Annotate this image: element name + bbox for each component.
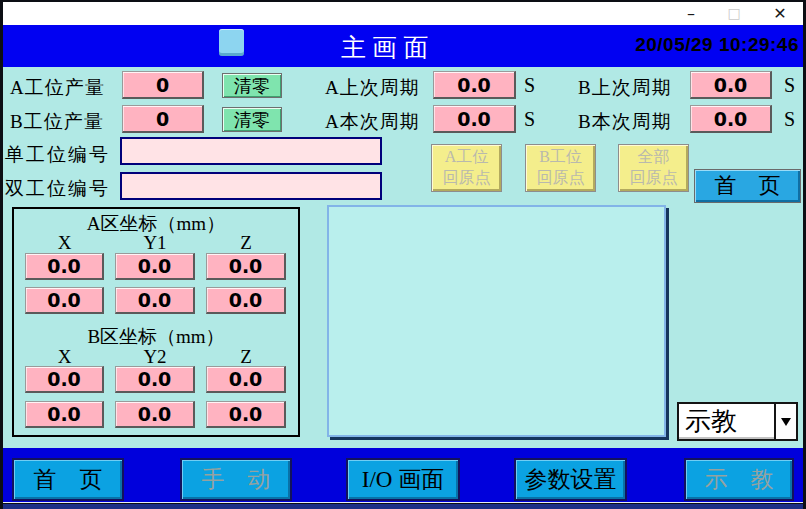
hmi-window: – □ ✕ 主 画 面 20/05/29 10:29:46 A工位产量 0 清零…	[0, 0, 806, 509]
production-a-value: 0	[122, 71, 204, 99]
coord-b2-y2: 0.0	[115, 401, 195, 428]
cycle-b-current-label: B本次周期	[578, 109, 672, 135]
coord-a1-z: 0.0	[206, 253, 286, 280]
close-button[interactable]: ✕	[767, 2, 793, 24]
coord-b1-x: 0.0	[25, 366, 104, 393]
coord-b2-z: 0.0	[206, 401, 286, 428]
col-a-x: X	[25, 232, 104, 254]
section-a-row2: 0.0 0.0 0.0	[14, 287, 298, 314]
section-a-row1: 0.0 0.0 0.0	[14, 253, 298, 280]
main-content: A工位产量 0 清零 A上次周期 0.0 S B上次周期 0.0 S B工位产量…	[3, 67, 803, 448]
cycle-a-current-value: 0.0	[433, 105, 516, 133]
coord-b2-x: 0.0	[25, 401, 104, 428]
col-a-z: Z	[206, 232, 286, 254]
mode-dropdown-button[interactable]	[774, 404, 796, 439]
maximize-button: □	[721, 2, 747, 24]
bottom-navbar: 首 页 手 动 I/O 画面 参数设置 示 教	[3, 448, 803, 503]
col-b-x: X	[25, 346, 104, 368]
home-b-button[interactable]: B工位 回原点	[525, 144, 596, 192]
home-a-button[interactable]: A工位 回原点	[431, 144, 502, 192]
cycle-a-current-unit: S	[524, 108, 535, 131]
cycle-b-current-value: 0.0	[690, 105, 772, 133]
clear-b-button[interactable]: 清零	[222, 107, 282, 132]
cycle-a-last-unit: S	[524, 74, 535, 97]
nav-parameter-settings-button[interactable]: 参数设置	[514, 458, 627, 501]
section-b-row1: 0.0 0.0 0.0	[14, 366, 298, 393]
home-all-line1: 全部	[638, 147, 670, 168]
coord-a2-x: 0.0	[25, 287, 104, 314]
header-indicator-square	[219, 29, 244, 56]
double-station-id-label: 双工位编号	[5, 176, 110, 202]
cycle-a-last-label: A上次周期	[325, 75, 420, 101]
coord-b1-y2: 0.0	[115, 366, 195, 393]
nav-teach-button: 示 教	[684, 458, 794, 501]
nav-io-screen-button[interactable]: I/O 画面	[346, 458, 460, 501]
chevron-down-icon	[781, 418, 791, 426]
cycle-b-last-unit: S	[784, 74, 795, 97]
coord-b1-z: 0.0	[206, 366, 286, 393]
home-b-line2: 回原点	[537, 168, 585, 189]
production-a-label: A工位产量	[10, 75, 105, 101]
mode-dropdown[interactable]: 示教	[677, 402, 798, 441]
nav-manual-button: 手 动	[180, 458, 292, 501]
col-a-y1: Y1	[115, 232, 195, 254]
col-b-y2: Y2	[115, 346, 195, 368]
section-b-columns: X Y2 Z	[14, 346, 298, 368]
section-a-columns: X Y1 Z	[14, 232, 298, 254]
minimize-button[interactable]: –	[678, 2, 704, 24]
home-all-button[interactable]: 全部 回原点	[618, 144, 689, 192]
single-station-id-input[interactable]	[120, 137, 382, 165]
home-page-button[interactable]: 首 页	[694, 169, 801, 203]
production-b-label: B工位产量	[10, 109, 104, 135]
message-panel	[327, 205, 666, 437]
cycle-a-current-label: A本次周期	[325, 109, 420, 135]
datetime-display: 20/05/29 10:29:46	[635, 34, 799, 56]
coordinates-panel: A区坐标（mm） X Y1 Z 0.0 0.0 0.0 0.0 0.0 0.0 …	[12, 207, 300, 437]
home-a-line2: 回原点	[443, 168, 491, 189]
mode-dropdown-value: 示教	[679, 404, 774, 439]
coord-a2-z: 0.0	[206, 287, 286, 314]
section-b-row2: 0.0 0.0 0.0	[14, 401, 298, 428]
double-station-id-input[interactable]	[120, 172, 382, 200]
window-bottom-edge	[3, 504, 803, 509]
page-title: 主 画 面	[341, 31, 429, 64]
header-bar: 主 画 面 20/05/29 10:29:46	[3, 25, 803, 67]
nav-home-button[interactable]: 首 页	[12, 458, 124, 501]
clear-a-button[interactable]: 清零	[222, 73, 282, 98]
col-b-z: Z	[206, 346, 286, 368]
coord-a2-y1: 0.0	[115, 287, 195, 314]
home-a-line1: A工位	[445, 147, 489, 168]
cycle-b-last-label: B上次周期	[578, 75, 672, 101]
coord-a1-y1: 0.0	[115, 253, 195, 280]
home-all-line2: 回原点	[630, 168, 678, 189]
single-station-id-label: 单工位编号	[5, 142, 110, 168]
home-b-line1: B工位	[539, 147, 582, 168]
window-titlebar: – □ ✕	[3, 2, 803, 25]
production-b-value: 0	[122, 105, 204, 133]
cycle-a-last-value: 0.0	[433, 71, 516, 99]
coord-a1-x: 0.0	[25, 253, 104, 280]
cycle-b-last-value: 0.0	[690, 71, 772, 99]
cycle-b-current-unit: S	[784, 108, 795, 131]
